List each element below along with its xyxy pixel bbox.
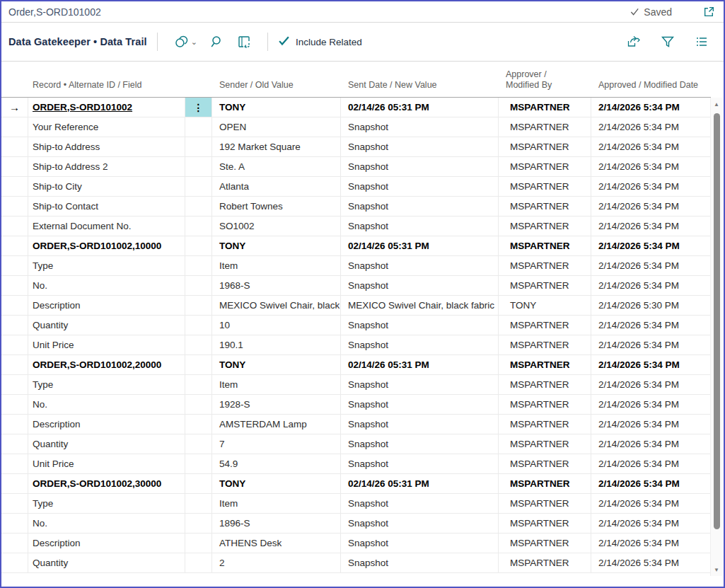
search-button[interactable] <box>204 32 231 52</box>
cell-record[interactable]: ORDER,S-ORD101002 <box>28 98 185 117</box>
row-selector[interactable]: → <box>1 454 28 473</box>
cell-approved-date[interactable]: 2/14/2026 5:34 PM <box>591 355 711 374</box>
row-selector[interactable]: → <box>1 474 28 493</box>
row-selector[interactable]: → <box>1 553 28 572</box>
cell-approved-date[interactable]: 2/14/2026 5:34 PM <box>591 474 711 493</box>
cell-row-actions[interactable]: ⋮ <box>185 256 212 275</box>
cell-approver[interactable]: MSPARTNER <box>499 553 591 572</box>
cell-record[interactable]: Quantity <box>28 434 185 454</box>
cell-approved-date[interactable]: 2/14/2026 5:34 PM <box>591 236 711 255</box>
cell-approved-date[interactable]: 2/14/2026 5:34 PM <box>591 415 711 434</box>
cell-record[interactable]: Type <box>28 375 185 394</box>
row-selector[interactable]: → <box>1 157 28 176</box>
cell-sent-date-new-value[interactable]: Snapshot <box>341 415 499 434</box>
row-selector[interactable]: → <box>1 494 28 513</box>
cell-sent-date-new-value[interactable]: Snapshot <box>341 375 499 394</box>
cell-row-actions[interactable]: ⋮ <box>185 316 212 335</box>
cell-row-actions[interactable]: ⋮ <box>185 474 212 493</box>
cell-record[interactable]: ORDER,S-ORD101002,10000 <box>28 236 185 255</box>
cell-row-actions[interactable]: ⋮ <box>185 434 212 454</box>
cell-row-actions[interactable]: ⋮ <box>185 276 212 295</box>
cell-approver[interactable]: MSPARTNER <box>499 197 591 216</box>
row-selector[interactable]: → <box>1 335 28 354</box>
scroll-down-icon[interactable]: ▼ <box>711 563 722 576</box>
cell-approver[interactable]: MSPARTNER <box>499 395 591 414</box>
cell-sender-old-value[interactable]: Atlanta <box>212 177 341 196</box>
cell-sent-date-new-value[interactable]: Snapshot <box>341 197 499 216</box>
popout-icon[interactable] <box>702 4 717 19</box>
cell-sent-date-new-value[interactable]: Snapshot <box>341 494 499 513</box>
cell-approved-date[interactable]: 2/14/2026 5:34 PM <box>591 553 711 572</box>
cell-sender-old-value[interactable]: Ste. A <box>212 157 341 176</box>
cell-approver[interactable]: MSPARTNER <box>499 177 591 196</box>
include-related-toggle[interactable]: Include Related <box>278 35 362 49</box>
cell-row-actions[interactable]: ⋮ <box>185 217 212 236</box>
cell-sender-old-value[interactable]: Item <box>212 375 341 394</box>
row-selector[interactable]: → <box>1 375 28 394</box>
cell-approved-date[interactable]: 2/14/2026 5:34 PM <box>591 514 711 533</box>
cell-sender-old-value[interactable]: TONY <box>212 474 341 493</box>
cell-row-actions[interactable]: ⋮ <box>185 454 212 473</box>
cell-sent-date-new-value[interactable]: Snapshot <box>341 157 499 176</box>
cell-approver[interactable]: MSPARTNER <box>499 375 591 394</box>
cell-row-actions[interactable]: ⋮ <box>185 514 212 533</box>
cell-approved-date[interactable]: 2/14/2026 5:34 PM <box>591 316 711 335</box>
column-header-sent-date[interactable]: Sent Date / New Value <box>341 80 499 97</box>
cell-sender-old-value[interactable]: ATHENS Desk <box>212 534 341 553</box>
cell-approver[interactable]: TONY <box>499 296 591 315</box>
cell-row-actions[interactable]: ⋮ <box>185 236 212 255</box>
row-selector[interactable]: → <box>1 256 28 275</box>
cell-approved-date[interactable]: 2/14/2026 5:34 PM <box>591 454 711 473</box>
cell-approved-date[interactable]: 2/14/2026 5:34 PM <box>591 276 711 295</box>
row-selector[interactable]: → <box>1 316 28 335</box>
cell-sent-date-new-value[interactable]: Snapshot <box>341 454 499 473</box>
cell-approver[interactable]: MSPARTNER <box>499 316 591 335</box>
cell-row-actions[interactable]: ⋮ <box>185 355 212 374</box>
cell-sent-date-new-value[interactable]: 02/14/26 05:31 PM <box>341 236 499 255</box>
cell-approver[interactable]: MSPARTNER <box>499 256 591 275</box>
row-selector[interactable]: → <box>1 137 28 156</box>
cell-record[interactable]: Type <box>28 494 185 513</box>
column-header-record[interactable]: Record • Alternate ID / Field <box>28 80 185 97</box>
cell-row-actions[interactable]: ⋮ <box>185 157 212 176</box>
cell-row-actions[interactable]: ⋮ <box>185 375 212 394</box>
related-entries-button[interactable]: ⌄ <box>168 32 204 52</box>
cell-approved-date[interactable]: 2/14/2026 5:34 PM <box>591 157 711 176</box>
cell-approved-date[interactable]: 2/14/2026 5:34 PM <box>591 98 711 117</box>
cell-approved-date[interactable]: 2/14/2026 5:34 PM <box>591 177 711 196</box>
row-selector[interactable]: → <box>1 236 28 255</box>
cell-sent-date-new-value[interactable]: Snapshot <box>341 137 499 156</box>
cell-approver[interactable]: MSPARTNER <box>499 415 591 434</box>
cell-sender-old-value[interactable]: OPEN <box>212 117 341 137</box>
column-header-sender[interactable]: Sender / Old Value <box>212 80 341 97</box>
cell-row-actions[interactable]: ⋮ <box>185 197 212 216</box>
cell-record[interactable]: Description <box>28 415 185 434</box>
cell-record[interactable]: ORDER,S-ORD101002,30000 <box>28 474 185 493</box>
analyze-button[interactable] <box>231 32 257 52</box>
cell-approver[interactable]: MSPARTNER <box>499 355 591 374</box>
cell-record[interactable]: Quantity <box>28 316 185 335</box>
cell-record[interactable]: Your Reference <box>28 117 185 137</box>
cell-sender-old-value[interactable]: Robert Townes <box>212 197 341 216</box>
cell-sent-date-new-value[interactable]: 02/14/26 05:31 PM <box>341 98 499 117</box>
cell-approved-date[interactable]: 2/14/2026 5:34 PM <box>591 117 711 137</box>
cell-sent-date-new-value[interactable]: Snapshot <box>341 434 499 454</box>
cell-sent-date-new-value[interactable]: Snapshot <box>341 177 499 196</box>
scroll-up-icon[interactable]: ▲ <box>711 98 722 110</box>
column-header-approved-date[interactable]: Approved / Modified Date <box>591 80 711 97</box>
cell-approver[interactable]: MSPARTNER <box>499 494 591 513</box>
cell-approver[interactable]: MSPARTNER <box>499 534 591 553</box>
cell-sender-old-value[interactable]: 1928-S <box>212 395 341 414</box>
row-selector[interactable]: → <box>1 217 28 236</box>
cell-approved-date[interactable]: 2/14/2026 5:30 PM <box>591 296 711 315</box>
cell-sent-date-new-value[interactable]: Snapshot <box>341 276 499 295</box>
cell-row-actions[interactable]: ⋮ <box>185 137 212 156</box>
cell-approver[interactable]: MSPARTNER <box>499 335 591 354</box>
cell-sent-date-new-value[interactable]: Snapshot <box>341 256 499 275</box>
cell-sent-date-new-value[interactable]: Snapshot <box>341 553 499 572</box>
show-list-button[interactable] <box>688 32 715 52</box>
column-header-approver[interactable]: Approver / Modified By <box>499 69 591 97</box>
row-selector[interactable]: → <box>1 415 28 434</box>
cell-sender-old-value[interactable]: 54.9 <box>212 454 341 473</box>
row-selector[interactable]: → <box>1 117 28 137</box>
